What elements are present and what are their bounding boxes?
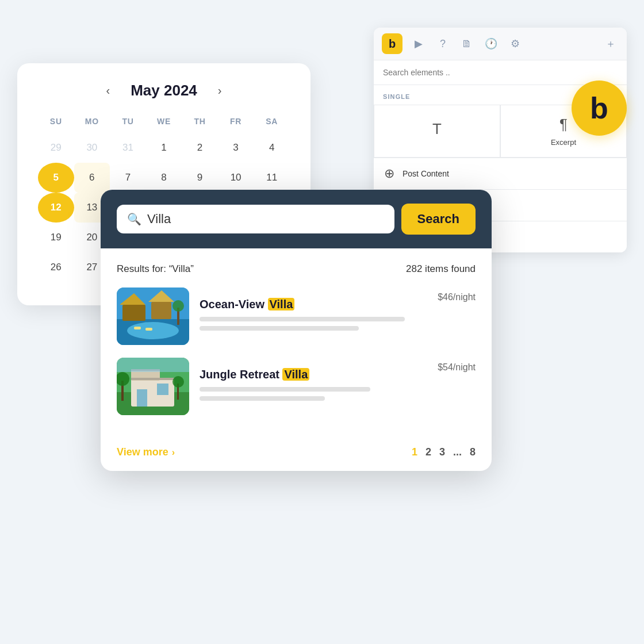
cal-day-header-we: WE: [146, 113, 182, 133]
builder-toolbar: b ▶ ? 🗎 🕐 ⚙ ＋: [374, 28, 627, 60]
settings-icon[interactable]: ⚙: [507, 36, 523, 52]
search-meta: Results for: “Villa” 282 items found: [117, 263, 476, 275]
calendar-title: May 2024: [131, 82, 197, 99]
builder-active-tab[interactable]: b: [382, 33, 402, 54]
search-icon: 🔍: [127, 212, 141, 226]
wordpress-icon: ⊕: [384, 166, 394, 181]
price-suffix-2: /night: [453, 362, 476, 372]
search-footer: View more › 1 2 3 ... 8: [101, 439, 492, 471]
result-info-1: Ocean-View Villa: [200, 298, 427, 335]
page-2[interactable]: 2: [425, 446, 431, 458]
cal-cell-w1-d5[interactable]: 10: [218, 163, 254, 193]
cal-cell-w3-d0[interactable]: 19: [38, 223, 74, 252]
search-body: Results for: “Villa” 282 items found: [101, 248, 492, 439]
results-label: Results for: “Villa”: [117, 263, 194, 275]
play-icon[interactable]: ▶: [411, 36, 427, 52]
svg-rect-10: [145, 328, 152, 331]
price-suffix-1: /night: [453, 292, 476, 302]
help-icon[interactable]: ?: [435, 36, 451, 52]
svg-rect-16: [157, 384, 168, 395]
view-more-link[interactable]: View more ›: [117, 446, 175, 458]
svg-rect-5: [151, 302, 171, 319]
page-1[interactable]: 1: [412, 446, 417, 458]
pagination: 1 2 3 ... 8: [412, 446, 476, 458]
svg-point-22: [172, 376, 184, 388]
cal-cell-w0-d4[interactable]: 2: [182, 133, 218, 163]
cal-cell-w0-d3[interactable]: 1: [146, 133, 182, 163]
cal-cell-w2-d0[interactable]: 12: [38, 193, 74, 223]
builder-search-input[interactable]: [383, 68, 618, 77]
cal-day-header-su: SU: [38, 113, 74, 133]
search-results-card: 🔍 Villa Search Results for: “Villa” 282 …: [101, 190, 492, 471]
builder-element-post-content[interactable]: ⊕ Post Content: [374, 158, 627, 189]
builder-element-text[interactable]: T: [374, 105, 500, 158]
svg-rect-17: [131, 378, 174, 380]
title-highlight-2: Villa: [282, 368, 309, 381]
cal-cell-w1-d1[interactable]: 6: [74, 163, 110, 193]
villa2-svg: [117, 358, 189, 415]
price-value-1: $46: [438, 292, 453, 302]
search-button[interactable]: Search: [401, 204, 476, 235]
result-item-2[interactable]: Jungle Retreat Villa $54/night: [117, 358, 476, 415]
search-input-wrap: 🔍 Villa: [117, 205, 394, 233]
page-3[interactable]: 3: [439, 446, 445, 458]
cal-day-header-sa: SA: [254, 113, 290, 133]
result-bar-2a: [200, 387, 370, 392]
cal-day-header-th: TH: [182, 113, 218, 133]
cal-cell-w1-d0[interactable]: 5: [38, 163, 74, 193]
excerpt-label: Excerpt: [551, 138, 576, 147]
cal-cell-w1-d4[interactable]: 9: [182, 163, 218, 193]
svg-rect-3: [122, 305, 145, 321]
logo-letter: b: [590, 93, 608, 123]
result-bar-2b: [200, 396, 325, 401]
svg-rect-15: [137, 389, 147, 407]
cal-cell-w0-d2[interactable]: 31: [110, 133, 146, 163]
page-8[interactable]: 8: [470, 446, 476, 458]
cal-cell-w1-d2[interactable]: 7: [110, 163, 146, 193]
result-bar-1b: [200, 326, 359, 331]
cal-day-header-tu: TU: [110, 113, 146, 133]
search-header: 🔍 Villa Search: [101, 190, 492, 248]
result-title-2: Jungle Retreat Villa: [200, 368, 427, 381]
svg-rect-9: [134, 327, 141, 329]
logo-circle: b: [572, 80, 627, 136]
title-highlight-1: Villa: [268, 298, 295, 310]
cal-cell-w4-d0[interactable]: 26: [38, 252, 74, 282]
cal-cell-w0-d6[interactable]: 4: [254, 133, 290, 163]
post-content-label: Post Content: [402, 169, 449, 178]
svg-point-2: [127, 322, 179, 339]
cal-cell-w1-d6[interactable]: 11: [254, 163, 290, 193]
document-icon[interactable]: 🗎: [459, 36, 475, 52]
view-more-text: View more: [117, 446, 168, 458]
next-month-button[interactable]: ›: [213, 82, 227, 99]
cal-cell-w0-d5[interactable]: 3: [218, 133, 254, 163]
svg-point-8: [172, 300, 184, 312]
prev-month-button[interactable]: ‹: [102, 82, 115, 99]
cal-cell-w0-d1[interactable]: 30: [74, 133, 110, 163]
history-icon[interactable]: 🕐: [483, 36, 499, 52]
results-count: 282 items found: [406, 263, 476, 275]
result-info-2: Jungle Retreat Villa: [200, 368, 427, 405]
price-value-2: $54: [438, 362, 453, 372]
title-prefix-2: Jungle Retreat: [200, 368, 282, 381]
result-item-1[interactable]: Ocean-View Villa $46/night: [117, 288, 476, 345]
result-image-2: [117, 358, 189, 415]
cal-day-header-mo: MO: [74, 113, 110, 133]
excerpt-icon: ¶: [559, 116, 568, 133]
add-icon[interactable]: ＋: [603, 36, 619, 52]
cal-cell-w1-d3[interactable]: 8: [146, 163, 182, 193]
title-prefix-1: Ocean-View: [200, 298, 268, 310]
builder-search-row: [374, 60, 627, 85]
result-bar-1a: [200, 317, 405, 321]
view-more-arrow: ›: [172, 447, 175, 458]
search-input-display[interactable]: Villa: [147, 212, 171, 227]
result-image-1: [117, 288, 189, 345]
calendar-header: ‹ May 2024 ›: [38, 82, 290, 99]
svg-rect-23: [117, 358, 189, 372]
text-icon: T: [432, 120, 442, 138]
cal-cell-w0-d0[interactable]: 29: [38, 133, 74, 163]
result-title-1: Ocean-View Villa: [200, 298, 427, 311]
result-price-1: $46/night: [438, 290, 476, 303]
villa1-svg: [117, 288, 189, 345]
cal-day-header-fr: FR: [218, 113, 254, 133]
